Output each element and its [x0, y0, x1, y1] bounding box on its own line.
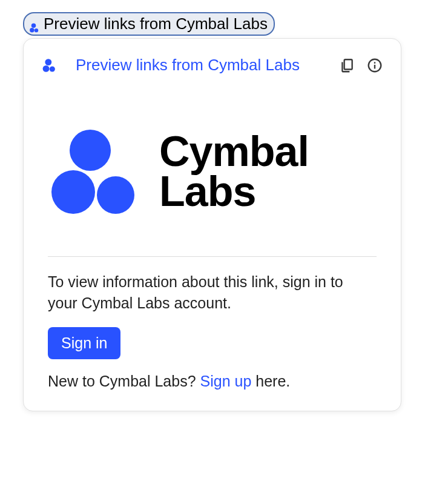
svg-point-11: [51, 170, 95, 214]
signup-suffix: here.: [251, 373, 290, 390]
cymbal-logo-mark: [48, 129, 145, 214]
logo-text-line1: Cymbal: [159, 131, 309, 172]
svg-rect-6: [344, 59, 352, 69]
logo-text-line2: Labs: [159, 171, 309, 212]
divider: [48, 256, 377, 257]
card-title: Preview links from Cymbal Labs: [76, 56, 339, 75]
svg-point-2: [35, 28, 38, 32]
card-header: Preview links from Cymbal Labs: [24, 56, 401, 75]
svg-point-4: [43, 65, 50, 72]
header-actions: [339, 58, 383, 73]
svg-point-12: [97, 176, 134, 214]
logo-text: Cymbal Labs: [159, 131, 309, 212]
cymbal-logo-icon: [29, 19, 40, 30]
info-icon[interactable]: [367, 58, 383, 73]
cymbal-logo-icon: [42, 58, 58, 73]
svg-point-3: [45, 59, 51, 65]
svg-point-8: [374, 62, 376, 64]
signin-button[interactable]: Sign in: [48, 327, 120, 359]
preview-chip[interactable]: Preview links from Cymbal Labs: [23, 12, 275, 36]
instruction-text: To view information about this link, sig…: [48, 271, 377, 314]
svg-point-1: [30, 28, 35, 33]
logo-section: Cymbal Labs: [24, 75, 401, 256]
svg-point-10: [70, 130, 111, 171]
svg-point-0: [31, 23, 36, 28]
svg-point-5: [50, 66, 55, 71]
preview-card: Preview links from Cymbal Labs: [23, 38, 401, 411]
signup-link[interactable]: Sign up: [200, 373, 252, 390]
body-section: To view information about this link, sig…: [24, 271, 401, 390]
preview-chip-label: Preview links from Cymbal Labs: [44, 15, 268, 33]
copy-icon[interactable]: [339, 58, 355, 73]
signup-prefix: New to Cymbal Labs?: [48, 373, 200, 390]
signup-text: New to Cymbal Labs? Sign up here.: [48, 373, 377, 390]
